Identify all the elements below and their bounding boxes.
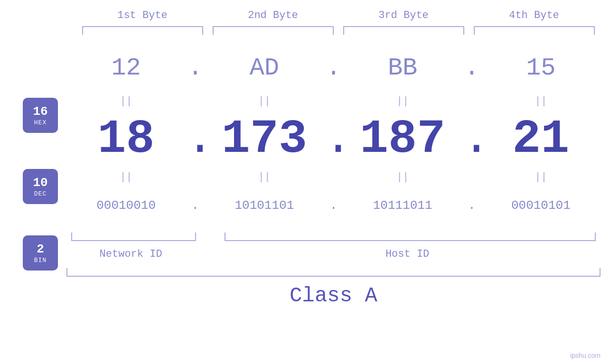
bin-dot-1: . [186,198,205,213]
eq-2-2: || [205,171,324,183]
dec-badge-spacer: 10 DEC [23,158,66,215]
class-row: Class A [66,277,601,308]
dot-1: . [186,54,205,82]
bin-val-2: 10101101 [205,198,324,213]
bin-val-3: 10111011 [343,198,462,213]
bracket-net [71,233,196,241]
dec-badge-label: DEC [34,190,47,197]
byte-label-4: 4th Byte [469,9,600,21]
bracket-top-2 [213,26,334,35]
bin-badge-label: BIN [34,257,47,264]
hex-badge-label: HEX [34,119,47,126]
eq-2-1: || [66,171,186,183]
outer-bracket-row [66,265,601,277]
bin-badge: 2 BIN [23,235,58,271]
hex-val-2: AD [205,54,324,82]
bin-row: 00010010 . 10101101 . 10111011 . 0001010… [66,187,601,224]
byte-labels-row: 1st Byte 2nd Byte 3rd Byte 4th Byte [77,9,600,21]
eq-1-4: || [481,95,601,107]
byte-label-3: 3rd Byte [338,9,469,21]
dec-badge-number: 10 [33,176,47,190]
hex-val-4: 15 [481,54,601,82]
bracket-top-1 [82,26,203,35]
byte-label-1: 1st Byte [77,9,208,21]
bottom-brackets-row [66,227,601,241]
bin-dot-2: . [324,198,343,213]
watermark: ipshu.com [570,352,601,359]
eq2-spacer [23,215,66,234]
class-label: Class A [290,284,377,308]
dec-val-4: 21 [481,112,601,166]
hex-badge-number: 16 [33,104,47,119]
bin-badge-number: 2 [37,242,44,257]
equals-row-2: || || || || [66,168,601,187]
dec-dot-2: . [324,112,343,166]
equals-row-1: || || || || [66,92,601,111]
dec-val-2: 173 [205,112,324,166]
bin-dot-3: . [462,198,481,213]
eq-2-4: || [481,171,601,183]
eq1-spacer [23,139,66,158]
byte-label-2: 2nd Byte [208,9,338,21]
bracket-host [225,233,596,241]
hex-badge-spacer: 16 HEX [23,92,66,139]
top-brackets-row [77,26,600,35]
bracket-top-4 [474,26,595,35]
hex-val-1: 12 [66,54,186,82]
id-labels-row: Network ID Host ID [66,241,601,265]
network-id-label: Network ID [66,248,195,260]
dot-2: . [324,54,343,82]
hex-val-3: BB [343,54,462,82]
bin-val-4: 00010101 [481,198,601,213]
eq-1-2: || [205,95,324,107]
dec-dot-1: . [186,112,205,166]
dec-val-3: 187 [343,112,462,166]
dec-val-1: 18 [66,112,186,166]
bin-val-1: 00010010 [66,198,186,213]
rows-wrapper: 16 HEX 10 DEC 2 BIN [0,44,610,308]
dec-row: 18 . 173 . 187 . 21 [66,111,601,168]
eq-1-3: || [343,95,462,107]
host-id-label: Host ID [214,248,601,260]
eq-2-3: || [343,171,462,183]
bin-badge-spacer: 2 BIN [23,234,66,272]
right-col: 12 . AD . BB . 15 || [66,44,610,308]
dec-dot-3: . [462,112,481,166]
dot-3: . [462,54,481,82]
left-col: 16 HEX 10 DEC 2 BIN [0,44,66,308]
outer-bracket [66,268,601,277]
dec-badge: 10 DEC [23,169,58,204]
eq-1-1: || [66,95,186,107]
hex-row: 12 . AD . BB . 15 [66,44,601,92]
hex-badge: 16 HEX [23,98,58,133]
main-container: 1st Byte 2nd Byte 3rd Byte 4th Byte 16 H… [0,0,610,364]
bracket-top-3 [343,26,464,35]
